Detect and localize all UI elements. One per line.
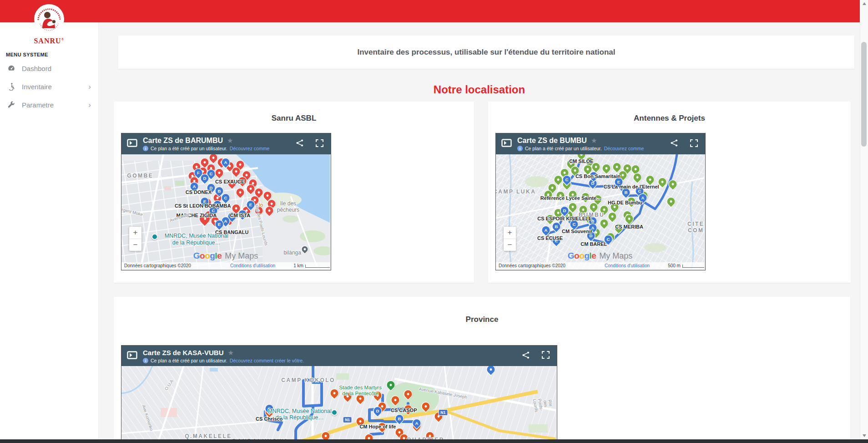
card-province: Province Carte ZS de KASA-VUBU★ iCe plan… bbox=[114, 297, 850, 439]
map-header: Carte ZS de KASA-VUBU★ iCe plan a été cr… bbox=[121, 346, 557, 366]
embedded-map-barumbu: Carte ZS de BARUMBU★ iCe plan a été créé… bbox=[121, 133, 331, 270]
map-title: Carte ZS de KASA-VUBU bbox=[143, 349, 224, 356]
map-title: Carte ZS de BUMBU bbox=[517, 137, 587, 145]
info-icon: i bbox=[143, 358, 148, 363]
fullscreen-icon[interactable] bbox=[316, 139, 323, 149]
attribution-text: Données cartographiques ©2020 bbox=[499, 263, 565, 268]
map-info-text: Ce plan a été créé par un utilisateur. bbox=[151, 146, 227, 151]
terms-link[interactable]: Conditions d'utilisation bbox=[230, 263, 275, 268]
map-zoom-control: + − bbox=[129, 227, 141, 251]
map-header: Carte ZS de BUMBU★ iCe plan a été créé p… bbox=[496, 133, 705, 154]
star-icon: ★ bbox=[227, 137, 233, 145]
fullscreen-icon[interactable] bbox=[690, 139, 698, 149]
map-scale: 1 km bbox=[293, 263, 330, 268]
scale-bar bbox=[305, 265, 330, 268]
map-canvas[interactable]: + − Google My Maps Données cartographiqu… bbox=[496, 154, 704, 269]
poi-dot-icon[interactable] bbox=[331, 409, 338, 416]
side-panel-toggle-icon[interactable] bbox=[127, 139, 137, 149]
map-title: Carte ZS de BARUMBU bbox=[143, 137, 223, 145]
card-sanru-asbl: Sanru ASBL Carte ZS de BARUMBU★ iCe plan… bbox=[114, 102, 474, 283]
accessibility-icon bbox=[7, 82, 15, 91]
share-icon[interactable] bbox=[670, 139, 678, 149]
info-icon: i bbox=[517, 146, 523, 151]
star-icon: ★ bbox=[591, 137, 597, 145]
map-letter-pin[interactable]: C bbox=[561, 174, 572, 185]
bottom-bar bbox=[0, 439, 868, 443]
side-panel-toggle-icon[interactable] bbox=[127, 351, 137, 361]
my-maps-label: My Maps bbox=[599, 251, 632, 261]
map-letter-pin[interactable]: C bbox=[264, 403, 275, 414]
card-title: Sanru ASBL bbox=[114, 102, 474, 123]
card-antennes-projets: Antennes & Projets Carte ZS de BUMBU★ iC… bbox=[488, 102, 851, 283]
road-badge: N1 bbox=[343, 417, 352, 423]
share-icon[interactable] bbox=[296, 139, 304, 149]
menu-heading: MENU SYSTEME bbox=[6, 52, 98, 57]
google-my-maps-watermark[interactable]: Google My Maps bbox=[193, 251, 258, 261]
registered-mark: ® bbox=[61, 37, 65, 41]
share-icon[interactable] bbox=[522, 351, 530, 361]
zoom-out-button[interactable]: − bbox=[504, 239, 516, 251]
map-titles: Carte ZS de KASA-VUBU★ iCe plan a été cr… bbox=[143, 349, 516, 363]
google-logo: Google bbox=[193, 251, 222, 261]
info-icon: i bbox=[143, 146, 148, 151]
scrollbar-thumb[interactable] bbox=[861, 42, 867, 147]
sidebar-item-parametre[interactable]: Parametre › bbox=[0, 96, 98, 114]
sidebar-item-label: Parametre bbox=[22, 101, 54, 109]
zoom-out-button[interactable]: − bbox=[129, 239, 141, 251]
page-banner: Inventaire des processus, utilisable sur… bbox=[118, 36, 854, 69]
gauge-icon bbox=[7, 64, 15, 72]
banner-text: Inventaire des processus, utilisable sur… bbox=[357, 48, 615, 57]
terms-link[interactable]: Conditions d'utilisation bbox=[605, 263, 650, 268]
scroll-up-arrow-icon[interactable] bbox=[863, 2, 866, 5]
side-panel-toggle-icon[interactable] bbox=[501, 139, 512, 149]
embedded-map-bumbu: Carte ZS de BUMBU★ iCe plan a été créé p… bbox=[495, 133, 706, 270]
google-my-maps-watermark[interactable]: Google My Maps bbox=[568, 251, 632, 261]
map-info-text: Ce plan a été créé par un utilisateur. bbox=[151, 358, 227, 363]
map-titles: Carte ZS de BARUMBU★ iCe plan a été créé… bbox=[143, 137, 290, 151]
star-icon: ★ bbox=[228, 349, 234, 357]
sidebar: SANRU® MENU SYSTEME Dashbord Inventaire … bbox=[0, 22, 99, 439]
vertical-scrollbar[interactable] bbox=[860, 0, 868, 439]
fullscreen-icon[interactable] bbox=[542, 351, 550, 361]
poi-dot-icon[interactable] bbox=[151, 234, 158, 240]
map-info-link[interactable]: Découvrez comme bbox=[230, 146, 270, 151]
card-title: Province bbox=[114, 297, 850, 324]
chevron-right-icon: › bbox=[88, 101, 91, 109]
wrench-icon bbox=[7, 101, 15, 109]
map-info-link[interactable]: Découvrez comme bbox=[604, 146, 644, 151]
sidebar-item-inventaire[interactable]: Inventaire › bbox=[0, 77, 98, 96]
scale-bar bbox=[682, 265, 704, 268]
sidebar-item-dashboard[interactable]: Dashbord bbox=[0, 59, 98, 77]
map-canvas[interactable]: + − Google My Maps Données cartographiqu… bbox=[121, 154, 330, 269]
topbar bbox=[0, 0, 868, 22]
map-letter-pin[interactable]: B bbox=[237, 209, 248, 219]
map-letter-pin[interactable]: E bbox=[551, 235, 562, 246]
card-title: Antennes & Projets bbox=[488, 102, 851, 123]
app-window: SANRU® MENU SYSTEME Dashbord Inventaire … bbox=[0, 0, 868, 443]
zoom-in-button[interactable]: + bbox=[129, 227, 141, 239]
sanru-logo: SANRU® bbox=[0, 4, 98, 45]
google-logo: Google bbox=[568, 251, 596, 261]
my-maps-label: My Maps bbox=[225, 251, 258, 261]
map-attribution: Données cartographiques ©2020 Conditions… bbox=[496, 262, 704, 269]
sidebar-item-label: Dashbord bbox=[22, 65, 51, 72]
map-canvas[interactable]: CAMP KOKOLOStade des Martyrs de la Pente… bbox=[121, 366, 556, 439]
map-titles: Carte ZS de BUMBU★ iCe plan a été créé p… bbox=[517, 137, 665, 151]
scroll-down-arrow-icon[interactable] bbox=[863, 434, 866, 437]
map-background bbox=[121, 366, 556, 439]
main-content: Inventaire des processus, utilisable sur… bbox=[99, 22, 860, 439]
map-scale: 500 m bbox=[668, 263, 704, 268]
logo-wordmark: SANRU® bbox=[0, 37, 98, 45]
attribution-text: Données cartographiques ©2020 bbox=[124, 263, 191, 268]
map-letter-pin[interactable]: A bbox=[540, 224, 551, 235]
sanru-emblem-icon bbox=[34, 4, 65, 35]
sidebar-item-label: Inventaire bbox=[22, 83, 52, 91]
zoom-in-button[interactable]: + bbox=[504, 227, 516, 239]
chevron-right-icon: › bbox=[88, 83, 91, 91]
map-info-link[interactable]: Découvrez comment créer le vôtre. bbox=[230, 358, 304, 363]
map-attribution: Données cartographiques ©2020 Conditions… bbox=[121, 262, 330, 269]
embedded-map-kasa-vubu: Carte ZS de KASA-VUBU★ iCe plan a été cr… bbox=[121, 345, 557, 439]
map-letter-pin[interactable]: C bbox=[207, 205, 218, 216]
road-badge: N1 bbox=[438, 409, 448, 416]
section-title: Notre localisation bbox=[99, 83, 860, 96]
